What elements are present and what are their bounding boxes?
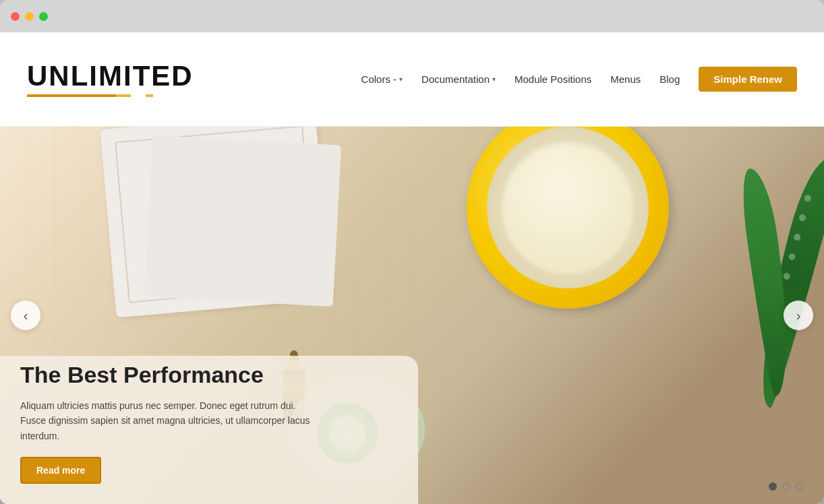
- chevron-down-icon: ▾: [492, 75, 496, 83]
- site-nav: Colors - ▾ Documentation ▾ Module Positi…: [361, 67, 797, 92]
- nav-item-menus[interactable]: Menus: [610, 73, 641, 85]
- lemon-inner: [487, 127, 649, 288]
- towel-decoration-2: [144, 135, 341, 307]
- traffic-light-minimize[interactable]: [25, 12, 34, 21]
- lemon-decoration: [467, 127, 669, 309]
- chevron-down-icon: ▾: [399, 75, 403, 83]
- hero-background: The Best Performance Aliquam ultricies m…: [0, 127, 824, 504]
- browser-window: UNLIMITED Colors - ▾ Documentation ▾ Mod…: [0, 0, 824, 504]
- logo-area: UNLIMITED: [27, 62, 194, 97]
- browser-chrome: [0, 0, 824, 32]
- nav-item-blog[interactable]: Blog: [659, 73, 680, 85]
- hero-content: The Best Performance Aliquam ultricies m…: [20, 361, 398, 484]
- hero-description: Aliquam ultricies mattis purus nec sempe…: [20, 398, 317, 443]
- read-more-button[interactable]: Read more: [20, 457, 101, 484]
- slider-dots: [769, 482, 804, 491]
- simple-renew-button[interactable]: Simple Renew: [699, 67, 797, 92]
- nav-item-documentation[interactable]: Documentation ▾: [421, 73, 496, 85]
- slider-next-button[interactable]: ›: [784, 301, 813, 330]
- nav-item-colors[interactable]: Colors - ▾: [361, 73, 403, 85]
- hero-title: The Best Performance: [20, 361, 398, 389]
- traffic-light-close[interactable]: [11, 12, 20, 21]
- browser-body: UNLIMITED Colors - ▾ Documentation ▾ Mod…: [0, 32, 824, 504]
- slider-dot-1[interactable]: [769, 482, 777, 491]
- slider-prev-button[interactable]: ‹: [11, 301, 40, 330]
- site-header: UNLIMITED Colors - ▾ Documentation ▾ Mod…: [0, 32, 824, 127]
- logo-underline: [27, 94, 175, 97]
- site-logo[interactable]: UNLIMITED: [27, 62, 194, 90]
- traffic-light-maximize[interactable]: [39, 12, 48, 21]
- hero-slider: The Best Performance Aliquam ultricies m…: [0, 127, 824, 504]
- slider-dot-2[interactable]: [782, 482, 790, 491]
- nav-item-module-positions[interactable]: Module Positions: [514, 73, 591, 85]
- slider-dot-3[interactable]: [796, 482, 804, 491]
